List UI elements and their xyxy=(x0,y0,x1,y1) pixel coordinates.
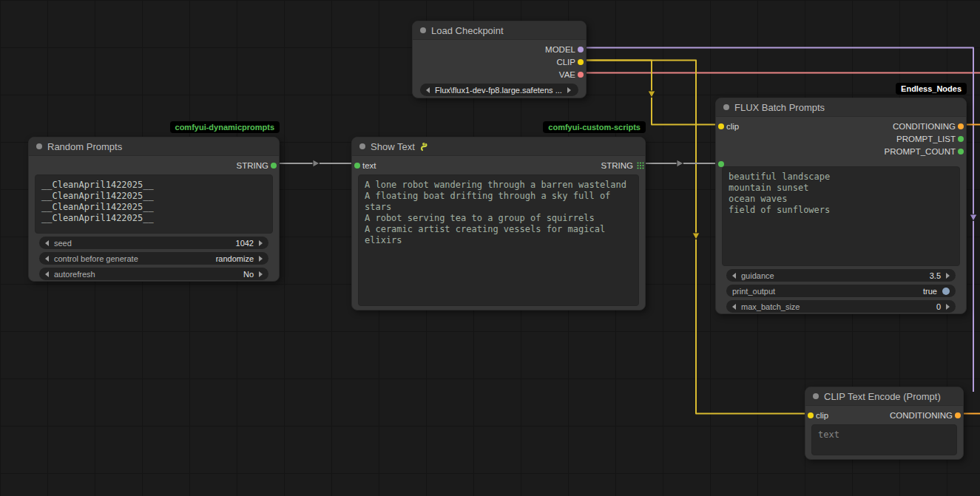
output-row: CLIP xyxy=(413,55,586,68)
node-title: Random Prompts xyxy=(47,141,122,152)
node-random-prompts[interactable]: Random Prompts STRING __CleanApril142202… xyxy=(28,137,280,282)
comfyui-canvas[interactable]: comfyui-dynamicprompts comfyui-custom-sc… xyxy=(0,0,980,496)
widget-value: randomize xyxy=(216,254,254,263)
ckpt-name-combo[interactable]: Flux\flux1-dev-fp8.large.safetens ... xyxy=(420,84,578,96)
increment-arrow-icon[interactable] xyxy=(259,271,263,277)
collapse-dot-icon[interactable] xyxy=(36,143,42,149)
max-batch-size-widget[interactable]: max_batch_size 0 xyxy=(726,300,956,313)
control-before-generate-widget[interactable]: control before generate randomize xyxy=(39,252,268,265)
autorefresh-widget[interactable]: autorefresh No xyxy=(39,268,268,280)
grid-output-icon[interactable] xyxy=(637,162,644,169)
increment-arrow-icon[interactable] xyxy=(259,240,263,246)
node-source-badge: comfyui-custom-scripts xyxy=(543,121,646,133)
node-title-bar[interactable]: CLIP Text Encode (Prompt) xyxy=(805,387,963,406)
next-arrow-icon[interactable] xyxy=(567,87,571,93)
widget-label: guidance xyxy=(741,271,774,280)
collapse-dot-icon[interactable] xyxy=(420,27,426,33)
print-output-toggle[interactable]: print_output true xyxy=(726,285,956,297)
prompts-textarea[interactable]: __CleanApril1422025__ __CleanApril142202… xyxy=(35,174,273,234)
output-row: MODEL xyxy=(413,43,586,55)
ckpt-name-value: Flux\flux1-dev-fp8.large.safetens ... xyxy=(435,86,562,95)
port-clip-input[interactable] xyxy=(718,123,724,129)
output-label-string: STRING xyxy=(601,161,633,170)
decrement-arrow-icon[interactable] xyxy=(45,256,49,262)
widget-label: autorefresh xyxy=(54,270,95,279)
widget-value: 0 xyxy=(936,302,941,311)
widget-value: 3.5 xyxy=(930,271,941,280)
input-label-text: text xyxy=(362,161,376,170)
node-clip-text-encode[interactable]: CLIP Text Encode (Prompt) clip CONDITION… xyxy=(805,387,964,460)
widget-value: true xyxy=(923,287,937,296)
output-label-conditioning: CONDITIONING xyxy=(890,411,953,420)
output-row: VAE xyxy=(413,68,586,81)
increment-arrow-icon[interactable] xyxy=(946,273,950,279)
node-title-bar[interactable]: Random Prompts xyxy=(29,137,279,156)
widget-label: seed xyxy=(54,239,72,248)
io-row: text STRING xyxy=(352,159,645,171)
collapse-dot-icon[interactable] xyxy=(813,393,819,399)
output-label-clip: CLIP xyxy=(556,58,575,67)
node-load-checkpoint[interactable]: Load Checkpoint MODEL CLIP VAE Flux\flux… xyxy=(412,21,587,98)
node-title: FLUX Batch Prompts xyxy=(734,102,825,113)
decrement-arrow-icon[interactable] xyxy=(732,304,736,310)
output-label-string: STRING xyxy=(237,161,268,170)
output-row: STRING xyxy=(29,159,279,171)
wire-arrow-right-icon xyxy=(677,160,683,167)
input-label-clip: clip xyxy=(816,411,828,420)
decrement-arrow-icon[interactable] xyxy=(45,271,49,277)
port-conditioning-output[interactable] xyxy=(958,123,964,129)
output-label-vae: VAE xyxy=(559,70,575,79)
collapse-dot-icon[interactable] xyxy=(723,104,729,110)
widget-label: print_output xyxy=(732,287,775,296)
port-model-output[interactable] xyxy=(578,47,584,52)
node-title: CLIP Text Encode (Prompt) xyxy=(824,391,941,402)
decrement-arrow-icon[interactable] xyxy=(732,273,736,279)
decrement-arrow-icon[interactable] xyxy=(45,240,49,246)
toggle-indicator-icon[interactable] xyxy=(942,288,950,295)
show-text-textarea[interactable]: A lone robot wandering through a barren … xyxy=(358,174,639,306)
node-title: Show Text xyxy=(371,141,415,152)
widget-label: max_batch_size xyxy=(741,302,800,311)
output-row: PROMPT_LIST xyxy=(716,132,966,145)
io-row: clip CONDITIONING xyxy=(805,409,963,421)
node-title-bar[interactable]: FLUX Batch Prompts xyxy=(716,98,966,117)
node-title: Load Checkpoint xyxy=(431,25,504,36)
wire-arrow-down-icon xyxy=(970,214,977,221)
port-prompt-list-output[interactable] xyxy=(958,136,964,142)
widget-value: No xyxy=(243,270,254,279)
increment-arrow-icon[interactable] xyxy=(259,256,263,262)
io-row: clip CONDITIONING xyxy=(716,120,966,132)
wire-arrow-down-icon xyxy=(648,91,655,98)
widget-value: 1042 xyxy=(236,239,254,248)
node-source-badge: comfyui-dynamicprompts xyxy=(170,121,280,133)
port-vae-output[interactable] xyxy=(578,72,584,78)
port-clip-output[interactable] xyxy=(578,59,584,65)
port-clip-input[interactable] xyxy=(808,412,814,418)
output-label-conditioning: CONDITIONING xyxy=(893,122,956,131)
node-title-bar[interactable]: Load Checkpoint xyxy=(413,21,586,40)
seed-widget[interactable]: seed 1042 xyxy=(39,237,268,249)
port-string-output[interactable] xyxy=(271,163,277,169)
port-text-input[interactable] xyxy=(718,161,724,167)
node-show-text[interactable]: Show Text text STRING A lone robot wande… xyxy=(351,137,646,310)
prompt-textarea[interactable]: text xyxy=(811,424,957,455)
input-label-clip: clip xyxy=(726,122,739,131)
increment-arrow-icon[interactable] xyxy=(946,304,950,310)
node-source-badge: Endless_Nodes xyxy=(896,83,967,95)
output-row: PROMPT_COUNT xyxy=(716,145,966,157)
output-label-prompt-list: PROMPT_LIST xyxy=(896,135,956,143)
node-flux-batch-prompts[interactable]: FLUX Batch Prompts clip CONDITIONING PRO… xyxy=(715,98,967,314)
port-text-input[interactable] xyxy=(354,163,360,169)
guidance-widget[interactable]: guidance 3.5 xyxy=(726,269,956,282)
snake-icon xyxy=(420,142,430,152)
node-title-bar[interactable]: Show Text xyxy=(352,137,645,156)
output-label-model: MODEL xyxy=(545,45,575,54)
wire-arrow-right-icon xyxy=(313,160,320,167)
prev-arrow-icon[interactable] xyxy=(426,87,430,93)
wire-arrow-down-icon xyxy=(692,233,700,239)
collapse-dot-icon[interactable] xyxy=(359,143,365,149)
output-label-prompt-count: PROMPT_COUNT xyxy=(885,147,956,156)
port-conditioning-output[interactable] xyxy=(955,412,961,418)
port-prompt-count-output[interactable] xyxy=(958,149,964,154)
batch-prompts-textarea[interactable]: beautiful landscape mountain sunset ocea… xyxy=(722,166,960,266)
